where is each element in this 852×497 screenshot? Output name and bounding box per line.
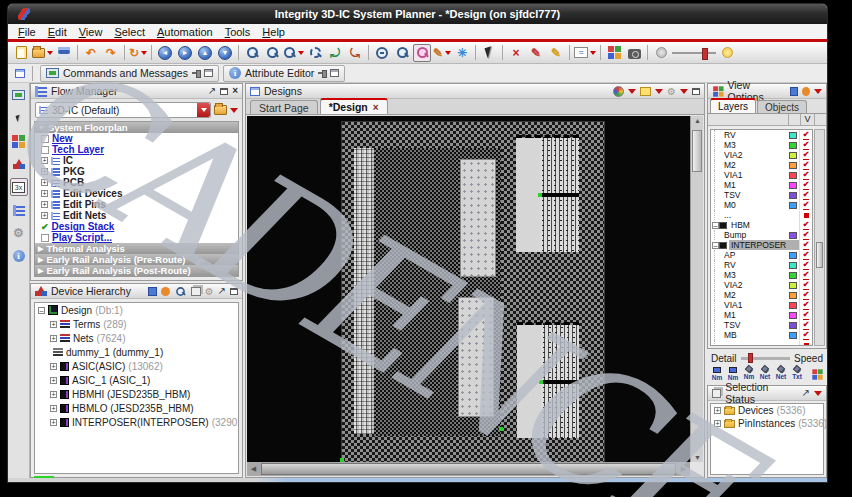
layer-color-swatch[interactable] bbox=[789, 282, 797, 289]
open-design-button[interactable] bbox=[32, 44, 53, 62]
maximize-icon[interactable] bbox=[230, 288, 238, 295]
copy-icon[interactable] bbox=[191, 287, 201, 296]
layer-row-mb[interactable]: MB✔ bbox=[711, 330, 812, 340]
layer-color-swatch[interactable] bbox=[789, 332, 797, 339]
design-canvas[interactable] bbox=[247, 116, 690, 462]
layer-row-via2[interactable]: VIA2✔ bbox=[711, 280, 812, 290]
layer-color-swatch[interactable] bbox=[789, 322, 797, 329]
layer-color-swatch[interactable] bbox=[789, 302, 797, 309]
io-strip[interactable] bbox=[354, 148, 374, 434]
undo-button[interactable]: ↶ bbox=[82, 44, 100, 62]
dropdown-arrow-icon[interactable] bbox=[141, 51, 147, 55]
layer-row-m2[interactable]: M2✔ bbox=[711, 160, 812, 170]
asic-die-2[interactable] bbox=[459, 298, 493, 416]
flow-item-play-script-[interactable]: Play Script... bbox=[35, 232, 238, 243]
visibility-toggle[interactable]: ✔ bbox=[799, 320, 812, 330]
layer-color-swatch[interactable] bbox=[789, 182, 797, 189]
dropdown-arrow-icon[interactable] bbox=[47, 51, 53, 55]
snapshot-camera-button[interactable] bbox=[625, 44, 643, 62]
zoom-in-button[interactable] bbox=[243, 44, 261, 62]
dim-control-button[interactable] bbox=[652, 44, 670, 62]
zoom-out-button[interactable] bbox=[263, 44, 281, 62]
dropdown-arrow-icon[interactable] bbox=[814, 89, 822, 94]
flow-item-ic[interactable]: +IC bbox=[35, 155, 238, 166]
visibility-toggle[interactable]: ✔ bbox=[799, 160, 812, 170]
layer-color-swatch[interactable] bbox=[789, 312, 797, 319]
help-icon[interactable] bbox=[802, 87, 810, 96]
layer-row-m1[interactable]: M1✔ bbox=[711, 310, 812, 320]
scrollbar-thumb[interactable] bbox=[692, 130, 702, 172]
visibility-toggle[interactable]: ✔ bbox=[799, 180, 812, 190]
layer-row-rv[interactable]: RV✔ bbox=[711, 130, 812, 140]
flow-item-design-stack[interactable]: ✔Design Stack bbox=[35, 221, 238, 232]
layer-row-m3[interactable]: M3✔ bbox=[711, 270, 812, 280]
flow-section-3[interactable]: ▶Early Rail Analysis (Post-Route) bbox=[35, 265, 238, 276]
highlight-tool-button[interactable] bbox=[413, 44, 431, 62]
expander-icon[interactable]: + bbox=[50, 391, 57, 398]
expander-icon[interactable]: – bbox=[38, 307, 45, 314]
layer-color-swatch[interactable] bbox=[789, 292, 797, 299]
freeze-view-button[interactable]: ✳ bbox=[453, 44, 471, 62]
selection-item-pininstances[interactable]: +PinInstances(5336) bbox=[711, 417, 823, 430]
layer-color-swatch[interactable] bbox=[789, 162, 797, 169]
layers-scrollbar[interactable] bbox=[814, 129, 825, 346]
expander-icon[interactable]: + bbox=[41, 190, 48, 197]
grid-icon[interactable] bbox=[812, 369, 822, 379]
menu-file[interactable]: File bbox=[12, 26, 42, 38]
panel-toggle-icon[interactable] bbox=[15, 69, 25, 78]
layer-row-ap[interactable]: AP✔ bbox=[711, 250, 812, 260]
device-item-nets[interactable]: +Nets(7624) bbox=[35, 331, 238, 345]
dropdown-arrow-icon[interactable] bbox=[655, 89, 663, 94]
layer-color-swatch[interactable] bbox=[789, 232, 797, 239]
visibility-toggle[interactable]: ✔ bbox=[799, 220, 812, 230]
hbm-block-1[interactable] bbox=[516, 135, 579, 252]
commands-console-icon[interactable] bbox=[10, 86, 28, 104]
menu-tools[interactable]: Tools bbox=[219, 26, 257, 38]
menu-edit[interactable]: Edit bbox=[42, 26, 73, 38]
dropdown-arrow-icon[interactable] bbox=[628, 89, 636, 94]
visibility-toggle[interactable] bbox=[799, 341, 812, 347]
scrollbar-thumb[interactable] bbox=[261, 463, 676, 475]
expander-icon[interactable]: + bbox=[41, 179, 48, 186]
visibility-toggle[interactable]: ✔ bbox=[799, 250, 812, 260]
hbm-block-2[interactable] bbox=[517, 322, 579, 438]
layer-color-swatch[interactable] bbox=[789, 272, 797, 279]
tab-start-page[interactable]: Start Page bbox=[250, 100, 318, 114]
search-icon[interactable] bbox=[175, 286, 185, 296]
expander-icon[interactable]: + bbox=[50, 321, 57, 328]
flow-item-tech-layer[interactable]: Tech Layer bbox=[35, 144, 238, 155]
layer-row-m3[interactable]: M3✔ bbox=[711, 140, 812, 150]
expander-icon[interactable]: + bbox=[41, 168, 48, 175]
visibility-toggle[interactable]: ✔ bbox=[799, 270, 812, 280]
flow-section-2[interactable]: ▶Early Rail Analysis (Pre-Route) bbox=[35, 254, 238, 265]
undock-icon[interactable]: ↗ bbox=[802, 388, 810, 398]
close-icon[interactable]: × bbox=[232, 86, 238, 96]
visibility-toggle[interactable]: ✔ bbox=[799, 130, 812, 140]
settings-gear-icon[interactable]: ⚙ bbox=[10, 224, 28, 242]
brightness-slider-button[interactable] bbox=[672, 44, 716, 62]
tab-objects[interactable]: Objects bbox=[757, 100, 807, 113]
visibility-toggle[interactable]: ✔ bbox=[799, 140, 812, 150]
device-item-asic-asic-[interactable]: +ASIC(ASIC)(13062) bbox=[35, 359, 238, 373]
visibility-toggle[interactable]: ✔ bbox=[799, 230, 812, 240]
expander-icon[interactable]: + bbox=[41, 201, 48, 208]
menu-help[interactable]: Help bbox=[256, 26, 291, 38]
maximize-icon[interactable] bbox=[692, 88, 700, 95]
device-item-design[interactable]: –Design(Db:1) bbox=[35, 303, 238, 317]
reports-button[interactable]: ≈ bbox=[574, 44, 596, 62]
float-window-icon[interactable] bbox=[330, 69, 339, 77]
expander-icon[interactable]: + bbox=[714, 420, 721, 427]
visibility-toggle[interactable]: ✔ bbox=[799, 280, 812, 290]
device-item-dummy-1-dummy-1-[interactable]: dummy_1 (dummy_1) bbox=[35, 345, 238, 359]
visibility-toggle[interactable]: ✔ bbox=[799, 300, 812, 310]
expander-icon[interactable]: + bbox=[50, 405, 57, 412]
expander-icon[interactable]: + bbox=[50, 419, 57, 426]
view-previous-button[interactable]: ⤾ bbox=[326, 44, 344, 62]
layer-color-swatch[interactable] bbox=[789, 132, 797, 139]
toggle-nm-1[interactable]: Nm bbox=[726, 366, 740, 382]
selection-item-devices[interactable]: +Devices(5336) bbox=[711, 404, 823, 417]
visibility-toggle[interactable]: ✔ bbox=[799, 150, 812, 160]
device-item-hbmhi-jesd235b-hbm-[interactable]: +HBMHI (JESD235B_HBM) bbox=[35, 387, 238, 401]
layer-color-swatch[interactable] bbox=[789, 262, 797, 269]
device-hierarchy-icon[interactable] bbox=[10, 155, 28, 173]
